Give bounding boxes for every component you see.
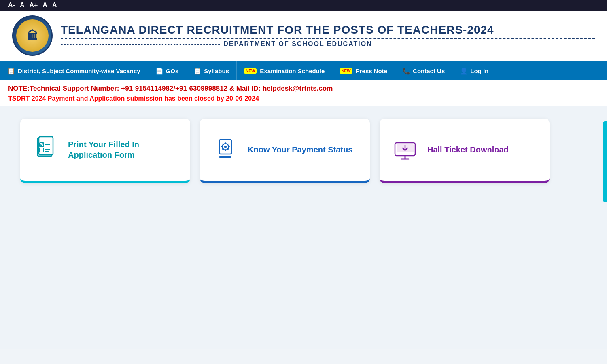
contact-icon: 📞 (402, 67, 410, 75)
nav-press-note-label: Press Note (356, 68, 387, 74)
contrast1-button[interactable]: A (42, 2, 47, 9)
nav-contact-label: Contact Us (413, 68, 445, 74)
contrast2-button[interactable]: A (52, 2, 57, 9)
header-text: TELANGANA DIRECT RECRUITMENT FOR THE POS… (61, 23, 595, 48)
site-subtitle: ----------------------------------------… (61, 38, 595, 48)
font-decrease-button[interactable]: A- (8, 2, 15, 9)
nav-exam-schedule[interactable]: NEW Examination Schedule (237, 61, 332, 80)
nav-syllabus-label: Syllabus (204, 68, 229, 74)
nav-gos[interactable]: 📄 GOs (148, 61, 187, 80)
notice-area: NOTE:Technical Support Number: +91-91541… (0, 80, 607, 106)
subtitle-text: DEPARTMENT OF SCHOOL EDUCATION (223, 40, 372, 47)
nav-vacancy-label: District, Subject Community-wise Vacancy (18, 68, 140, 74)
nav-login-label: Log In (470, 68, 488, 74)
hall-ticket-card[interactable]: Hall Ticket Download (380, 119, 550, 183)
nav-vacancy[interactable]: 📋 District, Subject Community-wise Vacan… (0, 61, 148, 80)
hall-ticket-icon-wrapper (391, 135, 419, 165)
payment-icon-wrapper (211, 135, 240, 165)
main-content: Print Your Filled In Application Form (0, 106, 607, 349)
payment-status-icon (211, 135, 240, 163)
vacancy-icon: 📋 (7, 67, 15, 75)
print-application-card[interactable]: Print Your Filled In Application Form (20, 119, 190, 183)
svg-rect-18 (219, 156, 231, 158)
login-icon: 👤 (460, 67, 468, 75)
payment-status-label: Know Your Payment Status (248, 144, 352, 155)
hall-ticket-icon (391, 135, 419, 163)
site-header: TELANGANA DIRECT RECRUITMENT FOR THE POS… (0, 11, 607, 61)
gos-icon: 📄 (155, 67, 163, 75)
font-increase-button[interactable]: A+ (29, 2, 38, 9)
press-note-new-badge: NEW (340, 68, 352, 74)
hall-ticket-label: Hall Ticket Download (427, 144, 509, 155)
print-application-icon (32, 135, 60, 163)
cards-row: Print Your Filled In Application Form (20, 119, 587, 183)
nav-login[interactable]: 👤 Log In (452, 61, 496, 80)
right-sidebar-bar (603, 121, 607, 202)
nav-contact-us[interactable]: 📞 Contact Us (395, 61, 452, 80)
exam-schedule-new-badge: NEW (244, 68, 257, 74)
nav-gos-label: GOs (166, 68, 179, 74)
print-application-label: Print Your Filled In Application Form (68, 139, 179, 160)
site-title: TELANGANA DIRECT RECRUITMENT FOR THE POS… (61, 23, 595, 36)
nav-exam-schedule-label: Examination Schedule (260, 68, 325, 74)
nav-syllabus[interactable]: 📋 Syllabus (186, 61, 237, 80)
print-icon-wrapper (32, 135, 60, 165)
logo-seal (16, 19, 49, 52)
subtitle-dashes: ----------------------------------------… (61, 40, 221, 47)
accessibility-bar: A- A A+ A A (0, 0, 607, 11)
logo (12, 15, 53, 56)
nav-press-note[interactable]: NEW Press Note (332, 61, 395, 80)
technical-support-notice: NOTE:Technical Support Number: +91-91541… (8, 85, 599, 93)
payment-status-card[interactable]: Know Your Payment Status (200, 119, 370, 183)
application-closed-notice: TSDRT-2024 Payment and Application submi… (8, 95, 599, 102)
main-nav: 📋 District, Subject Community-wise Vacan… (0, 61, 607, 80)
syllabus-icon: 📋 (193, 67, 202, 75)
svg-point-9 (224, 146, 227, 148)
font-normal-button[interactable]: A (20, 2, 25, 9)
